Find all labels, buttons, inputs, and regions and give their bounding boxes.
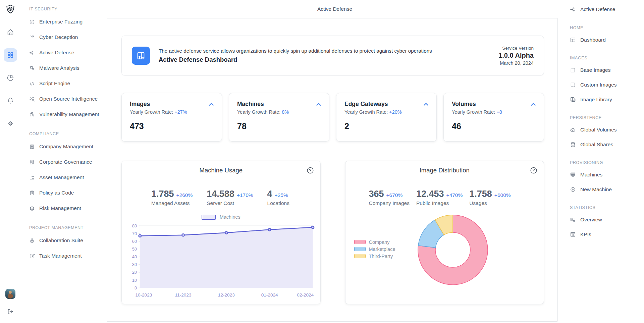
legend-label: Company (369, 239, 390, 245)
rside-item-custom-images[interactable]: Custom Images (570, 82, 641, 88)
sidebar-item-label: Risk Management (39, 205, 81, 211)
growth-value: +8 (496, 109, 502, 115)
chevron-up-icon[interactable] (530, 101, 537, 108)
growth-label: Yearly Growth Rate: (344, 109, 388, 115)
help-icon[interactable] (530, 166, 538, 174)
stat-growth: Yearly Growth Rate: 8% (237, 109, 321, 115)
section-label-statistics: STATISTICS (570, 205, 641, 210)
rside-item-machines[interactable]: Machines (570, 172, 641, 178)
legend-item-company[interactable]: Company (354, 239, 411, 245)
icon-rail (0, 0, 21, 323)
rside-item-base-images[interactable]: Base Images (570, 67, 641, 73)
apps-rail-button[interactable] (4, 48, 17, 62)
growth-value: +27% (174, 109, 187, 115)
stat-growth: Yearly Growth Rate: +20% (344, 109, 428, 115)
sidebar-item-label: Vulnerability Management (39, 111, 99, 117)
sidebar-item-malware-analysis[interactable]: Malware Analysis (29, 65, 103, 71)
machine-usage-card: Machine Usage 1.785+260% Managed Assets (121, 161, 321, 304)
sidebar-item-policy-as-code[interactable]: Policy as Code (29, 190, 103, 196)
sidebar-item-asset-management[interactable]: Asset Management (29, 174, 103, 180)
image-distribution-donut-svg (416, 213, 490, 287)
svg-text:01-2024: 01-2024 (261, 292, 278, 298)
sidebar-item-label: Task Management (39, 253, 82, 259)
sidebar-item-active-defense[interactable]: Active Defense (29, 50, 103, 56)
sidebar-item-enterprise-fuzzing[interactable]: Enterprise Fuzzing (29, 19, 103, 25)
svg-text:02-2024: 02-2024 (297, 292, 314, 298)
sidebar-item-vulnerability-management[interactable]: Vulnerability Management (29, 111, 103, 117)
legend-item-third-party[interactable]: Third-Party (354, 254, 411, 259)
line-legend[interactable]: Machines (122, 214, 320, 220)
help-icon[interactable] (306, 166, 314, 174)
sidebar-item-cyber-deception[interactable]: Cyber Deception (29, 34, 103, 40)
stat-number: 365 (369, 189, 384, 199)
chevron-up-icon[interactable] (315, 101, 322, 108)
info-text: The active defense service allows organi… (159, 48, 432, 63)
sidebar-item-label: Collaboration Suite (39, 237, 83, 244)
home-rail-button[interactable] (4, 25, 17, 39)
notifications-rail-button[interactable] (4, 94, 17, 107)
rside-item-label: Base Images (580, 67, 610, 73)
rside-item-label: Overview (580, 217, 602, 223)
sidebar-item-corporate-governance[interactable]: Corporate Governance (29, 159, 103, 165)
database-icon (570, 142, 576, 148)
rside-item-label: Global Volumes (580, 127, 617, 133)
chevron-up-icon[interactable] (422, 101, 430, 108)
section-label-images: IMAGES (570, 56, 641, 60)
clipboard-arrow-icon (29, 190, 35, 196)
rside-item-global-shares[interactable]: Global Shares (570, 142, 641, 148)
sidebar-item-label: Active Defense (39, 50, 74, 56)
reports-rail-button[interactable] (4, 71, 17, 85)
sidebar-item-open-source-intelligence[interactable]: Open Source Intelligence (29, 96, 103, 102)
section-gap (570, 201, 641, 205)
right-sidebar-title: Active Defense (580, 6, 615, 12)
user-avatar[interactable] (5, 289, 15, 299)
sidebar-item-collaboration-suite[interactable]: Collaboration Suite (29, 237, 103, 244)
machine-usage-stats: 1.785+260% Managed Assets 14.588+170% Se… (151, 189, 320, 206)
section-label-persistence: PERSISTENCE (570, 115, 641, 120)
apps-grid-icon (7, 52, 14, 58)
svg-text:30: 30 (132, 262, 137, 267)
table-icon (570, 231, 576, 237)
section-gap (570, 111, 641, 115)
sidebar-item-risk-management[interactable]: Risk Management (29, 205, 103, 211)
stat-value: 2 (344, 121, 428, 131)
stat-label: Server Cost (207, 200, 253, 206)
section-label-it-security: IT SECURITY (29, 7, 103, 11)
bell-icon (7, 97, 14, 104)
rside-item-global-volumes[interactable]: Global Volumes (570, 127, 641, 133)
rside-item-dashboard[interactable]: Dashboard (570, 37, 641, 43)
third-party-legend-swatch (354, 254, 366, 258)
rside-item-new-machine[interactable]: New Machine (570, 186, 641, 193)
sidebar-item-label: Enterprise Fuzzing (39, 19, 83, 25)
stats-row: Images Yearly Growth Rate: +27% 473 Mach… (121, 93, 544, 142)
logout-button[interactable] (4, 305, 17, 318)
rside-item-image-library[interactable]: Image Library (570, 97, 641, 103)
settings-rail-button[interactable] (4, 117, 17, 130)
bug-search-icon (29, 65, 35, 71)
sidebar-item-task-management[interactable]: Task Management (29, 253, 103, 259)
chevron-up-icon[interactable] (208, 101, 215, 108)
target-icon (29, 19, 35, 25)
svg-text:12-2023: 12-2023 (218, 292, 235, 298)
machines-legend-label: Machines (220, 214, 240, 220)
donut-chart-area: Company Marketplace Third-Party (345, 213, 544, 287)
sidebar-item-label: Cyber Deception (39, 34, 78, 40)
section-label-home: HOME (570, 25, 641, 30)
rside-item-kpis[interactable]: KPIs (570, 231, 641, 237)
rside-item-overview[interactable]: Overview (570, 217, 641, 223)
sidebar-item-script-engine[interactable]: Script Engine (29, 80, 103, 87)
svg-text:70: 70 (132, 231, 137, 236)
right-sidebar-header[interactable]: Active Defense (570, 6, 641, 13)
dashboard-icon (570, 37, 576, 43)
branch-arrow-icon (29, 35, 35, 40)
svg-text:20: 20 (132, 270, 137, 275)
info-title: Active Defense Dashboard (159, 56, 432, 63)
page-title: Active Defense (317, 6, 352, 12)
legend-item-marketplace[interactable]: Marketplace (354, 247, 411, 252)
stat-label: Locations (267, 200, 289, 206)
pie-chart-icon (7, 74, 14, 81)
service-version-block: Service Version 1.0.0 Alpha March 20, 20… (498, 46, 534, 66)
cloud-icon (570, 127, 576, 133)
sidebar-item-company-management[interactable]: Company Management (29, 144, 103, 150)
rside-item-label: New Machine (580, 186, 612, 193)
